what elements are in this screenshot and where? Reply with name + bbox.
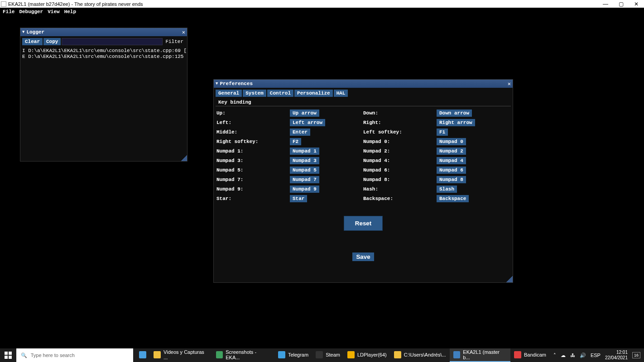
taskbar-item[interactable]: Videos y Capturas ...: [150, 348, 212, 362]
resize-grip[interactable]: [506, 276, 513, 282]
taskbar-item-label: LDPlayer(64): [357, 352, 387, 357]
taskbar-item[interactable]: LDPlayer(64): [344, 348, 390, 362]
binding-label: Numpad 7:: [216, 177, 290, 182]
logger-close-icon[interactable]: ✕: [182, 29, 185, 36]
tray-clock[interactable]: 12:01 22/04/2021: [605, 350, 628, 361]
taskbar-item[interactable]: [135, 348, 150, 362]
menu-debugger[interactable]: Debugger: [19, 9, 43, 14]
search-box[interactable]: 🔍 Type here to search: [16, 348, 133, 362]
save-button[interactable]: Save: [352, 252, 374, 261]
taskbar-item[interactable]: C:\Users\Andrés\...: [390, 348, 450, 362]
binding-key-button[interactable]: Numpad 5: [290, 167, 319, 174]
maximize-button[interactable]: ▢: [618, 1, 624, 7]
binding-key-button[interactable]: Numpad 9: [290, 186, 319, 193]
taskbar-item[interactable]: Screenshots - EKA...: [212, 348, 274, 362]
folder-icon: [154, 351, 161, 358]
binding-row: Up:Up arrowDown:Down arrow: [216, 108, 510, 118]
tab-system[interactable]: System: [243, 90, 266, 97]
binding-key-button[interactable]: Numpad 6: [437, 167, 466, 174]
logger-header[interactable]: ▼ Logger ✕: [20, 28, 187, 36]
log-line: I D:\a\EKA2L1\EKA2L1\src\emu\console\src…: [22, 48, 185, 54]
svg-rect-0: [5, 352, 8, 355]
preferences-close-icon[interactable]: ✕: [508, 81, 511, 87]
binding-row: Numpad 5:Numpad 5Numpad 6:Numpad 6: [216, 165, 510, 175]
binding-key-button[interactable]: Down arrow: [437, 110, 472, 117]
tray-cloud-icon[interactable]: ☁: [561, 352, 566, 358]
taskbar-item-label: Steam: [326, 352, 340, 357]
content-area: ▼ Logger ✕ Clear Copy Filter I D:\a\EKA2…: [0, 16, 644, 348]
binding-label: Numpad 4:: [363, 158, 437, 163]
start-button[interactable]: [0, 348, 16, 362]
taskbar-item-label: EKA2L1 (master b...: [463, 349, 507, 360]
binding-key-button[interactable]: F2: [290, 138, 301, 145]
binding-key-button[interactable]: Enter: [290, 129, 310, 136]
binding-key-button[interactable]: Up arrow: [290, 110, 319, 117]
svg-rect-1: [9, 352, 12, 355]
menu-help[interactable]: Help: [64, 9, 76, 14]
tray-notifications[interactable]: 16: [632, 352, 640, 358]
tab-personalize[interactable]: Personalize: [294, 90, 333, 97]
binding-key-button[interactable]: Backspace: [437, 195, 469, 202]
bandicam-icon: [514, 351, 521, 358]
binding-key-button[interactable]: Numpad 3: [290, 157, 319, 164]
window-titlebar: EKA2L1 (master b27d42ee) - The story of …: [0, 0, 644, 8]
binding-key-button[interactable]: Star: [290, 195, 307, 202]
taskbar-item[interactable]: Bandicam: [510, 348, 550, 362]
minimize-button[interactable]: —: [602, 1, 609, 7]
tray-chevron-icon[interactable]: ˄: [553, 352, 556, 358]
close-button[interactable]: ✕: [633, 1, 639, 7]
window-title: EKA2L1 (master b27d42ee) - The story of …: [8, 1, 602, 7]
logger-title: Logger: [26, 29, 44, 35]
tray-network-icon[interactable]: 🖧: [570, 352, 575, 358]
system-tray: ˄ ☁ 🖧 🔊 ESP 12:01 22/04/2021 16: [550, 350, 644, 361]
tab-general[interactable]: General: [216, 90, 242, 97]
tray-language[interactable]: ESP: [591, 352, 601, 358]
binding-key-button[interactable]: Numpad 8: [437, 176, 466, 183]
taskview-icon: [139, 351, 146, 358]
taskbar-item[interactable]: EKA2L1 (master b...: [450, 348, 510, 362]
binding-row: Numpad 9:Numpad 9Hash:Slash: [216, 184, 510, 194]
menu-view[interactable]: View: [48, 9, 59, 14]
taskbar-item-label: C:\Users\Andrés\...: [404, 352, 446, 357]
preferences-header[interactable]: ▼ Preferences ✕: [214, 80, 513, 88]
tab-control[interactable]: Control: [267, 90, 293, 97]
taskbar-item[interactable]: Steam: [312, 348, 344, 362]
binding-key-button[interactable]: Left arrow: [290, 119, 325, 126]
taskbar-item[interactable]: Telegram: [274, 348, 312, 362]
binding-label: Left softkey:: [363, 129, 437, 135]
explorer-icon: [394, 351, 401, 358]
binding-label: Numpad 9:: [216, 186, 290, 192]
menu-file[interactable]: File: [3, 9, 14, 14]
app-icon: [1, 1, 6, 7]
resize-grip[interactable]: [181, 155, 187, 161]
svg-rect-3: [9, 356, 12, 359]
binding-key-button[interactable]: Numpad 4: [437, 157, 466, 164]
preferences-title: Preferences: [220, 81, 253, 86]
binding-key-button[interactable]: Numpad 0: [437, 138, 466, 145]
tray-date: 22/04/2021: [605, 355, 628, 361]
menubar: File Debugger View Help: [0, 8, 644, 16]
binding-key-button[interactable]: Numpad 2: [437, 148, 466, 155]
binding-row: Numpad 1:Numpad 1Numpad 2:Numpad 2: [216, 146, 510, 156]
binding-key-button[interactable]: Numpad 7: [290, 176, 319, 183]
binding-label: Numpad 1:: [216, 148, 290, 154]
preferences-panel: ▼ Preferences ✕ General System Control P…: [213, 79, 513, 283]
tab-hal[interactable]: HAL: [334, 90, 348, 97]
filter-input[interactable]: [62, 38, 163, 45]
telegram-icon: [278, 351, 285, 358]
binding-key-button[interactable]: Right arrow: [437, 119, 475, 126]
preferences-tabs: General System Control Personalize HAL: [214, 88, 513, 99]
clear-button[interactable]: Clear: [22, 38, 43, 45]
binding-label: Down:: [363, 110, 437, 116]
binding-key-button[interactable]: Slash: [437, 186, 457, 193]
binding-key-button[interactable]: F1: [437, 129, 448, 136]
tray-volume-icon[interactable]: 🔊: [580, 352, 586, 358]
binding-label: Hash:: [363, 186, 437, 192]
reset-button[interactable]: Reset: [344, 216, 383, 231]
binding-label: Right:: [363, 120, 437, 125]
keybindings-list: Up:Up arrowDown:Down arrowLeft:Left arro…: [214, 106, 513, 205]
svg-rect-2: [5, 356, 8, 359]
binding-row: Middle:EnterLeft softkey:F1: [216, 127, 510, 137]
copy-button[interactable]: Copy: [43, 38, 61, 45]
binding-key-button[interactable]: Numpad 1: [290, 148, 319, 155]
